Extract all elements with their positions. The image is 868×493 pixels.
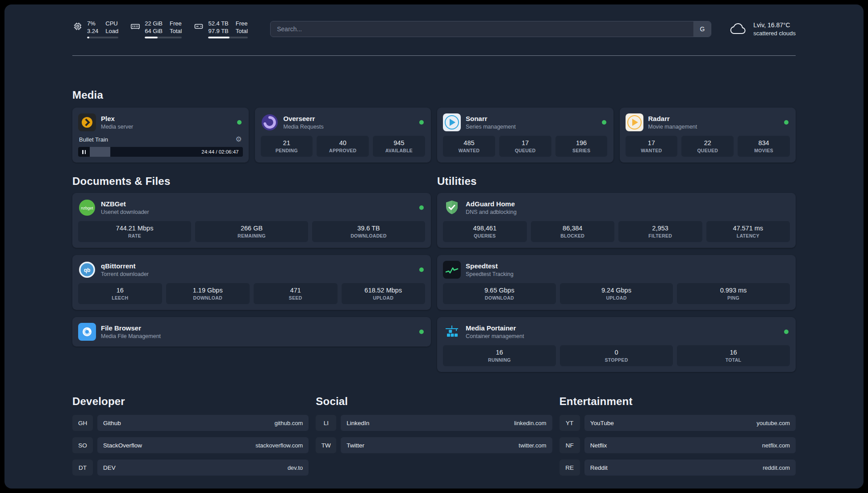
bookmark-abbr: GH	[72, 415, 93, 431]
section-heading-social: Social	[316, 395, 552, 408]
qbittorrent-icon: qb	[78, 261, 96, 279]
section-heading-media: Media	[72, 89, 796, 101]
bookmark-link-youtube[interactable]: YouTube youtube.com	[584, 415, 796, 431]
status-online-dot	[419, 205, 424, 210]
stat-download: 1.19 Gbps DOWNLOAD	[166, 283, 250, 304]
bookmark-row: LI LinkedIn linkedin.com	[316, 415, 552, 431]
overseerr-card[interactable]: Overseerr Media Requests 21 PENDING 40 A…	[255, 108, 431, 163]
status-online-dot	[784, 120, 789, 125]
pause-button[interactable]	[78, 147, 90, 157]
stat-queued: 22 QUEUED	[681, 136, 734, 157]
gear-icon[interactable]: ⚙	[235, 136, 242, 143]
bookmark-row: DT DEV dev.to	[72, 460, 309, 476]
speedtest-graph-icon	[443, 261, 461, 279]
stat-download: 9.65 Gbps DOWNLOAD	[443, 283, 556, 304]
playback-progress-bar: 24:44 / 02:06:47	[78, 147, 243, 157]
stat-filtered: 2,953 FILTERED	[618, 221, 702, 242]
search-provider-button[interactable]: G	[693, 21, 711, 37]
stat-approved: 40 APPROVED	[317, 136, 369, 157]
stat-total: 16 TOTAL	[677, 345, 790, 366]
stat-latency: 47.571 ms LATENCY	[706, 221, 790, 242]
app-title: Plex	[101, 115, 237, 122]
bookmark-link-reddit[interactable]: Reddit reddit.com	[584, 460, 796, 476]
adguard-shield-icon	[443, 199, 461, 217]
app-title: qBittorrent	[101, 262, 419, 270]
svg-text:nzbget: nzbget	[81, 206, 93, 210]
section-heading-utilities: Utilities	[437, 175, 796, 188]
bookmark-link-dev[interactable]: DEV dev.to	[97, 460, 309, 476]
ram-free-value: 22 GiB	[145, 20, 163, 27]
search-input[interactable]	[271, 21, 693, 37]
stat-remaining: 266 GB REMAINING	[195, 221, 308, 242]
radarr-icon	[626, 113, 643, 131]
status-online-dot	[602, 120, 606, 125]
adguard-card[interactable]: AdGuard Home DNS and adblocking 498,461 …	[437, 193, 796, 248]
topbar-divider	[72, 55, 796, 56]
bookmark-link-stackoverflow[interactable]: StackOverflow stackoverflow.com	[97, 437, 309, 453]
cpu-widget: 7% CPU 3.24 Load	[72, 20, 118, 38]
portainer-crane-icon	[443, 323, 461, 341]
portainer-card[interactable]: Media Portainer Container management 16 …	[437, 317, 796, 372]
disk-total-value: 97.9 TB	[208, 27, 228, 35]
stat-stopped: 0 STOPPED	[560, 345, 673, 366]
plex-card[interactable]: Plex Media server Bullet Train ⚙ 24:44 /…	[72, 108, 249, 163]
now-playing-title: Bullet Train	[79, 136, 108, 143]
bookmark-abbr: TW	[316, 437, 336, 453]
status-online-dot	[419, 330, 424, 334]
stat-rate: 744.21 Mbps RATE	[78, 221, 191, 242]
app-title: Speedtest	[466, 262, 790, 270]
cpu-load-value: 3.24	[87, 27, 98, 35]
bookmark-row: TW Twitter twitter.com	[316, 437, 552, 453]
qbittorrent-card[interactable]: qb qBittorrent Torrent downloader 16 LEE…	[72, 255, 431, 310]
app-title: AdGuard Home	[466, 200, 790, 208]
ram-total-label: Total	[170, 27, 182, 35]
bookmark-abbr: NF	[559, 437, 580, 453]
stat-wanted: 485 WANTED	[443, 136, 495, 157]
status-online-dot	[784, 330, 789, 334]
stat-leech: 16 LEECH	[78, 283, 162, 304]
overseerr-icon	[261, 113, 279, 131]
stat-wanted: 17 WANTED	[626, 136, 678, 157]
app-subtitle: Media File Management	[101, 333, 419, 339]
disk-free-value: 52.4 TB	[208, 20, 228, 27]
app-title: Overseerr	[284, 115, 420, 122]
bookmark-link-linkedin[interactable]: LinkedIn linkedin.com	[341, 415, 552, 431]
stat-queued: 17 QUEUED	[499, 136, 551, 157]
app-subtitle: Media Requests	[284, 124, 420, 130]
nzbget-card[interactable]: nzbget NZBGet Usenet downloader 744.21 M…	[72, 193, 431, 248]
bookmark-link-github[interactable]: Github github.com	[97, 415, 309, 431]
section-heading-developer: Developer	[72, 395, 309, 408]
section-heading-entertainment: Entertainment	[559, 395, 796, 408]
filebrowser-card[interactable]: File Browser Media File Management	[72, 317, 431, 347]
bookmark-row: RE Reddit reddit.com	[559, 460, 796, 476]
app-subtitle: Container management	[466, 333, 784, 339]
status-online-dot	[419, 267, 424, 272]
section-utilities: Utilities AdGuard Home DNS and adblockin…	[437, 175, 796, 372]
bookmark-link-netflix[interactable]: Netflix netflix.com	[584, 437, 796, 453]
app-title: NZBGet	[101, 200, 419, 208]
playback-time: 24:44 / 02:06:47	[201, 149, 238, 155]
weather-widget: Lviv, 16.87°C scattered clouds	[728, 21, 796, 37]
sonarr-card[interactable]: Sonarr Series management 485 WANTED 17 Q…	[437, 108, 613, 163]
svg-text:qb: qb	[84, 267, 91, 273]
section-documents-files: Documents & Files nzbget NZBGet Usenet d…	[72, 175, 431, 347]
weather-condition: scattered clouds	[753, 30, 796, 37]
stat-downloaded: 39.6 TB DOWNLOADED	[312, 221, 425, 242]
dashboard-page: 7% CPU 3.24 Load 22 GiB Free	[4, 4, 864, 489]
app-title: Media Portainer	[466, 324, 784, 332]
app-subtitle: Usenet downloader	[101, 209, 419, 215]
bookmark-link-twitter[interactable]: Twitter twitter.com	[341, 437, 552, 453]
app-subtitle: Speedtest Tracking	[466, 271, 790, 277]
speedtest-card[interactable]: Speedtest Speedtest Tracking 9.65 Gbps D…	[437, 255, 796, 310]
bookmark-row: YT YouTube youtube.com	[559, 415, 796, 431]
bookmarks-social: Social LI LinkedIn linkedin.com TW Twitt…	[316, 395, 552, 460]
stat-upload: 618.52 Mbps UPLOAD	[342, 283, 426, 304]
bookmark-row: NF Netflix netflix.com	[559, 437, 796, 453]
stat-upload: 9.24 Gbps UPLOAD	[560, 283, 673, 304]
cpu-chip-icon	[72, 21, 83, 32]
section-heading-documents: Documents & Files	[72, 175, 431, 188]
nzbget-icon: nzbget	[78, 199, 96, 217]
radarr-card[interactable]: Radarr Movie management 17 WANTED 22 QUE…	[620, 108, 796, 163]
bookmark-abbr: YT	[559, 415, 580, 431]
weather-location: Lviv, 16.87°C	[753, 21, 796, 29]
